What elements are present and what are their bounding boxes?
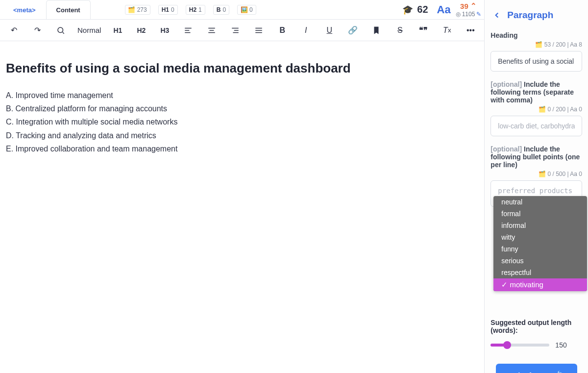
article-line: B. Centralized platform for managing acc…: [6, 102, 478, 115]
chevron-left-icon[interactable]: [492, 11, 501, 20]
underline-button[interactable]: U: [322, 24, 336, 37]
h1-count: 0: [171, 6, 174, 13]
heading-field: Heading 🗂️ 53 / 200 | Aa 8: [490, 31, 582, 72]
tone-option-informal[interactable]: informal: [493, 220, 587, 231]
undo-button[interactable]: ↶: [7, 24, 21, 37]
twist-count: 39: [460, 2, 468, 10]
write-for-me-button[interactable]: Write for me 🍃: [496, 364, 577, 373]
main-editor-pane: <meta> Content 🗂️ 273 H10 H21 B0 🖼️0 🎓 6…: [0, 0, 485, 373]
bullets-meta: 0 / 500 | Aa 0: [547, 171, 582, 177]
h1-chip: H10: [158, 5, 178, 15]
caret-up-icon: ⌃: [470, 1, 477, 10]
optional-tag: [optional]: [490, 80, 522, 88]
tone-option-serious[interactable]: serious: [493, 255, 587, 267]
optional-tag: [optional]: [490, 145, 522, 153]
link-button[interactable]: 🔗: [346, 24, 360, 37]
h2-button[interactable]: H2: [134, 24, 148, 37]
article-line: C. Integration with multiple social medi…: [6, 115, 478, 128]
graduation-cap-icon: 🎓: [402, 4, 413, 15]
briefcase-icon: 🗂️: [539, 171, 546, 177]
strike-button[interactable]: S: [393, 24, 407, 37]
h1-label: H1: [162, 6, 169, 13]
heading-input[interactable]: [490, 51, 582, 72]
search-button[interactable]: [54, 24, 68, 37]
length-slider[interactable]: [490, 344, 549, 347]
bold-chip: B0: [213, 5, 229, 15]
tone-option-witty[interactable]: witty: [493, 231, 587, 243]
terms-input[interactable]: [490, 116, 582, 136]
img-count: 0: [249, 6, 253, 13]
slider-knob[interactable]: [503, 341, 511, 349]
panel-header[interactable]: Paragraph: [490, 0, 582, 28]
b-label: B: [217, 6, 221, 13]
target-icon: ◎: [456, 11, 461, 18]
tab-meta-label: <meta>: [13, 6, 36, 14]
typography-icon[interactable]: Aa: [437, 3, 451, 16]
align-justify-button[interactable]: [252, 24, 266, 37]
edit-icon[interactable]: ✎: [476, 11, 481, 18]
quote-button[interactable]: ❝❞: [416, 24, 430, 37]
tone-option-formal[interactable]: formal: [493, 208, 587, 220]
format-toolbar: ↶ ↷ Normal H1 H2 H3 B I U 🔗 S ❝❞ Tx •••: [0, 20, 484, 41]
article-line: A. Improved time management: [6, 89, 478, 102]
h3-button[interactable]: H3: [158, 24, 172, 37]
b-count: 0: [222, 6, 226, 13]
italic-button[interactable]: I: [299, 24, 313, 37]
clear-format-button[interactable]: Tx: [440, 24, 454, 37]
bookmark-button[interactable]: [369, 24, 383, 37]
keyword-count: 1105: [462, 11, 475, 18]
tone-option-respectful[interactable]: respectful: [493, 267, 587, 278]
h2-count: 1: [198, 6, 202, 13]
keyword-counts: 39 ⌃ ◎1105 ✎: [456, 2, 482, 18]
length-value: 150: [555, 341, 566, 349]
wordcount-chip: 🗂️ 273: [125, 5, 150, 15]
leaf-icon: 🍃: [555, 371, 564, 373]
write-label: Write for me: [509, 371, 551, 373]
length-label: Suggested output length (words):: [490, 319, 582, 334]
heading-meta: 53 / 200 | Aa 8: [544, 41, 582, 48]
briefcase-icon: 🗂️: [539, 106, 546, 113]
heading-label: Heading: [490, 31, 582, 39]
image-icon: 🖼️: [241, 6, 247, 13]
image-chip: 🖼️0: [237, 5, 256, 15]
tone-option-motivating[interactable]: motivating: [493, 278, 587, 291]
briefcase-icon: 🗂️: [535, 41, 542, 48]
tab-content-label: Content: [56, 6, 80, 14]
tone-dropdown[interactable]: neutral formal informal witty funny seri…: [493, 196, 587, 291]
terms-meta: 0 / 200 | Aa 0: [547, 106, 582, 113]
article-line: D. Tracking and analyzing data and metri…: [6, 129, 478, 142]
side-panel: Paragraph Heading 🗂️ 53 / 200 | Aa 8 [op…: [485, 0, 588, 373]
panel-title: Paragraph: [507, 10, 553, 21]
article-line: E. Improved collaboration and team manag…: [6, 142, 478, 155]
tone-option-funny[interactable]: funny: [493, 243, 587, 255]
tab-meta[interactable]: <meta>: [3, 0, 46, 19]
readability-score: 🎓 62: [402, 4, 428, 15]
readability-value: 62: [417, 4, 428, 15]
h2-label: H2: [189, 6, 196, 13]
align-right-button[interactable]: [228, 24, 242, 37]
align-center-button[interactable]: [205, 24, 219, 37]
bold-button[interactable]: B: [275, 24, 289, 37]
style-select[interactable]: Normal: [77, 26, 101, 34]
length-field: Suggested output length (words): 150: [490, 319, 582, 349]
terms-field: [optional] Include the following terms (…: [490, 80, 582, 136]
h2-chip: H21: [186, 5, 205, 15]
wordcount-value: 273: [137, 6, 147, 13]
svg-point-0: [58, 27, 63, 33]
h1-button[interactable]: H1: [111, 24, 124, 37]
tab-content[interactable]: Content: [46, 0, 91, 19]
align-left-button[interactable]: [181, 24, 195, 37]
tone-option-neutral[interactable]: neutral: [493, 196, 587, 208]
editor-body[interactable]: Benefits of using a social media managem…: [0, 41, 484, 373]
briefcase-icon: 🗂️: [128, 6, 135, 13]
top-stats-bar: <meta> Content 🗂️ 273 H10 H21 B0 🖼️0 🎓 6…: [0, 0, 484, 20]
article-heading: Benefits of using a social media managem…: [6, 61, 478, 76]
svg-line-1: [63, 32, 64, 33]
more-button[interactable]: •••: [464, 24, 477, 37]
redo-button[interactable]: ↷: [30, 24, 44, 37]
